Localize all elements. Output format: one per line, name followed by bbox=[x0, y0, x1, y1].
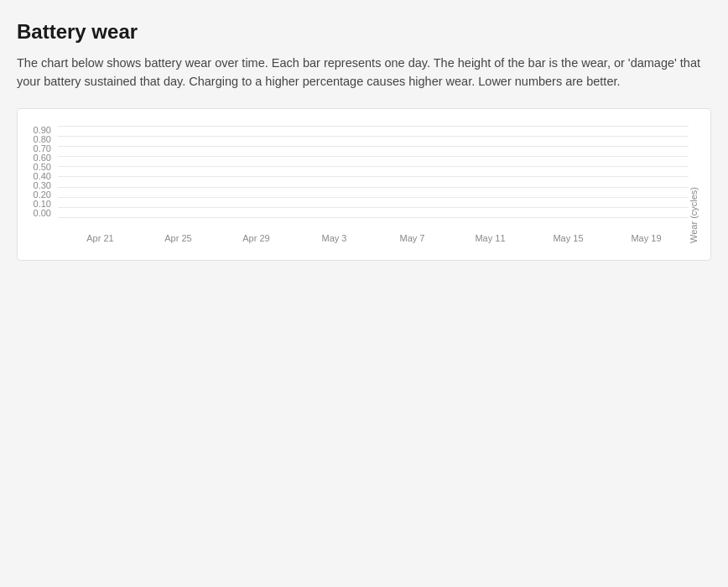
x-label-group: Apr 25 bbox=[139, 233, 217, 243]
x-axis-tick: May 3 bbox=[322, 233, 347, 243]
x-label-group: Apr 29 bbox=[217, 233, 295, 243]
description-text: The chart below shows battery wear over … bbox=[17, 54, 705, 91]
y-axis-label: Wear (cycles) bbox=[689, 126, 702, 243]
x-axis-tick: Apr 29 bbox=[242, 233, 269, 243]
x-label-group: May 11 bbox=[451, 233, 529, 243]
chart-container: 0.900.800.700.600.500.400.300.200.100.00… bbox=[17, 108, 711, 261]
bars-row bbox=[58, 126, 689, 218]
x-labels: Apr 21Apr 25Apr 29May 3May 7May 11May 15… bbox=[58, 220, 689, 243]
x-axis-tick: May 19 bbox=[631, 233, 661, 243]
x-label-group: May 19 bbox=[607, 233, 685, 243]
x-label-group: May 15 bbox=[529, 233, 607, 243]
x-label-group: Apr 21 bbox=[61, 233, 139, 243]
chart-inner: 0.900.800.700.600.500.400.300.200.100.00… bbox=[26, 126, 702, 243]
x-axis-tick: May 7 bbox=[400, 233, 425, 243]
page-title: Battery wear bbox=[17, 20, 711, 44]
y-axis: 0.900.800.700.600.500.400.300.200.100.00 bbox=[26, 126, 58, 243]
x-axis-tick: May 11 bbox=[475, 233, 505, 243]
chart-area: Apr 21Apr 25Apr 29May 3May 7May 11May 15… bbox=[58, 126, 689, 243]
x-label-group: May 3 bbox=[295, 233, 373, 243]
x-axis-tick: May 15 bbox=[553, 233, 583, 243]
y-axis-tick: 0.00 bbox=[34, 209, 51, 218]
x-axis-tick: Apr 21 bbox=[86, 233, 113, 243]
x-axis-tick: Apr 25 bbox=[164, 233, 191, 243]
x-label-group: May 7 bbox=[373, 233, 451, 243]
